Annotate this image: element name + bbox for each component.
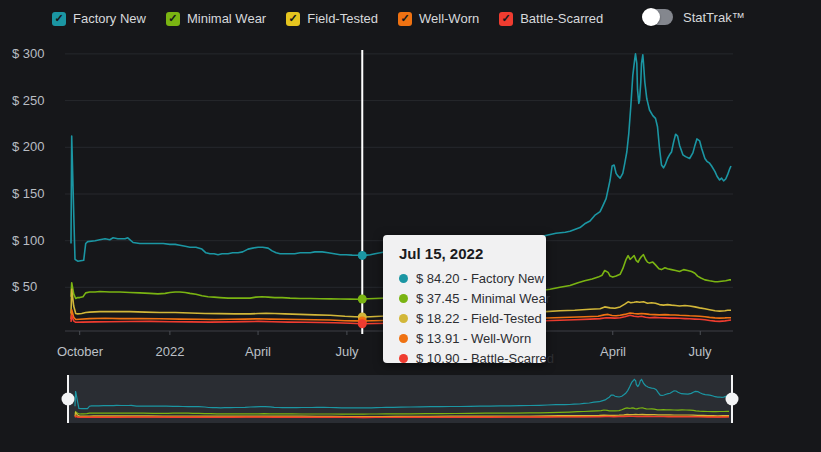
x-axis-label: 2022 (156, 344, 185, 359)
series-dot-icon (399, 354, 408, 363)
x-axis-label: April (245, 344, 271, 359)
checkbox-checked-icon: ✓ (499, 12, 513, 26)
x-axis-label: April (600, 344, 626, 359)
checkbox-checked-icon: ✓ (286, 12, 300, 26)
tooltip-row: $ 84.20 - Factory New (399, 268, 546, 288)
checkbox-checked-icon: ✓ (166, 12, 180, 26)
legend-label: Field-Tested (307, 11, 378, 26)
tooltip-date: Jul 15, 2022 (399, 245, 546, 262)
y-axis-label: $ 300 (12, 46, 45, 61)
y-axis-label: $ 150 (12, 186, 45, 201)
tooltip-value: $ 18.22 - Field-Tested (416, 311, 542, 326)
series-dot-icon (399, 274, 408, 283)
tooltip-row: $ 18.22 - Field-Tested (399, 308, 546, 328)
price-chart-app: $ 300 $ 250 $ 200 $ 150 $ 100 $ 50 Octob… (0, 0, 821, 452)
series-dot-icon (399, 314, 408, 323)
x-axis-label: July (688, 344, 712, 359)
price-line-factory-new (71, 54, 731, 261)
tooltip-row: $ 13.91 - Well-Worn (399, 328, 546, 348)
range-handle-left-knob[interactable] (62, 393, 75, 406)
price-chart[interactable]: $ 300 $ 250 $ 200 $ 150 $ 100 $ 50 Octob… (0, 0, 821, 452)
stattrak-toggle[interactable] (643, 9, 673, 25)
toggle-knob-icon (642, 8, 660, 26)
legend-label: Battle-Scarred (520, 11, 603, 26)
hover-point-icon (358, 295, 367, 304)
legend-label: Minimal Wear (187, 11, 266, 26)
range-handle-right-knob[interactable] (726, 393, 739, 406)
legend-item-factory-new[interactable]: ✓ Factory New (52, 11, 146, 26)
series-dot-icon (399, 294, 408, 303)
wear-legend: ✓ Factory New ✓ Minimal Wear ✓ Field-Tes… (52, 11, 603, 26)
hover-layer (358, 50, 367, 334)
stattrak-label: StatTrak™ (683, 10, 745, 25)
y-axis-label: $ 250 (12, 93, 45, 108)
tooltip-value: $ 37.45 - Minimal Wear (416, 291, 550, 306)
hover-tooltip: Jul 15, 2022 $ 84.20 - Factory New $ 37.… (383, 235, 546, 363)
stattrak-control: StatTrak™ (643, 9, 745, 25)
legend-item-well-worn[interactable]: ✓ Well-Worn (398, 11, 479, 26)
y-axis-label: $ 100 (12, 233, 45, 248)
series-dot-icon (399, 334, 408, 343)
tooltip-value: $ 84.20 - Factory New (416, 271, 544, 286)
checkbox-checked-icon: ✓ (52, 12, 66, 26)
y-axis-label: $ 200 (12, 139, 45, 154)
tooltip-row: $ 37.45 - Minimal Wear (399, 288, 546, 308)
legend-item-battle-scarred[interactable]: ✓ Battle-Scarred (499, 11, 603, 26)
x-axis-label: July (335, 344, 359, 359)
y-axis: $ 300 $ 250 $ 200 $ 150 $ 100 $ 50 (12, 46, 45, 294)
checkbox-checked-icon: ✓ (398, 12, 412, 26)
tooltip-row: $ 10.90 - Battle-Scarred (399, 348, 546, 368)
x-axis-label: October (57, 344, 104, 359)
tooltip-value: $ 13.91 - Well-Worn (416, 331, 531, 346)
hover-point-icon (358, 251, 367, 260)
y-axis-label: $ 50 (12, 279, 37, 294)
legend-item-minimal-wear[interactable]: ✓ Minimal Wear (166, 11, 266, 26)
tooltip-value: $ 10.90 - Battle-Scarred (416, 351, 554, 366)
hover-point-icon (358, 319, 367, 328)
legend-label: Factory New (73, 11, 146, 26)
legend-item-field-tested[interactable]: ✓ Field-Tested (286, 11, 378, 26)
legend-label: Well-Worn (419, 11, 479, 26)
